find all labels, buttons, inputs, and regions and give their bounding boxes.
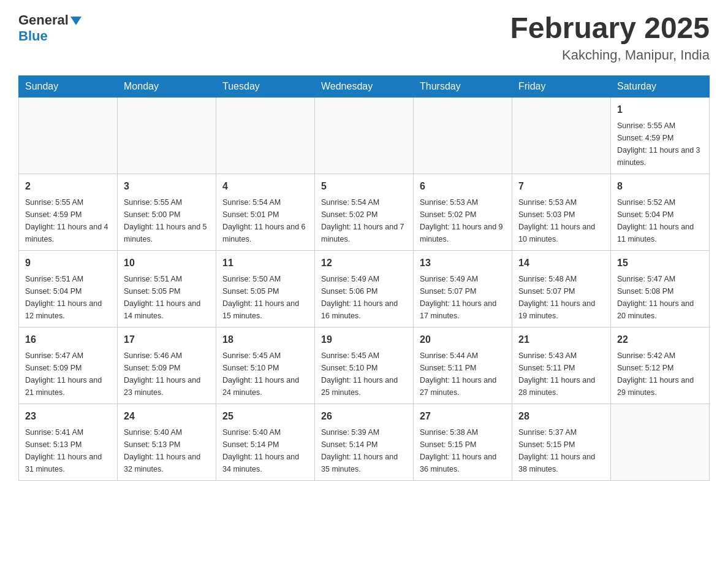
logo-triangle-icon — [70, 17, 82, 25]
day-cell: 13Sunrise: 5:49 AMSunset: 5:07 PMDayligh… — [414, 250, 512, 327]
day-info: Sunrise: 5:49 AMSunset: 5:07 PMDaylight:… — [420, 273, 506, 322]
page-title: February 2025 — [510, 12, 710, 45]
day-info: Sunrise: 5:37 AMSunset: 5:15 PMDaylight:… — [518, 426, 604, 475]
week-row-1: 1Sunrise: 5:55 AMSunset: 4:59 PMDaylight… — [19, 97, 710, 174]
day-cell: 16Sunrise: 5:47 AMSunset: 5:09 PMDayligh… — [19, 327, 118, 404]
day-info: Sunrise: 5:53 AMSunset: 5:02 PMDaylight:… — [420, 196, 506, 245]
day-number: 28 — [518, 409, 604, 424]
day-number: 3 — [124, 179, 210, 194]
day-number: 27 — [420, 409, 506, 424]
day-cell — [611, 404, 710, 480]
day-cell: 22Sunrise: 5:42 AMSunset: 5:12 PMDayligh… — [611, 327, 710, 404]
day-number: 16 — [25, 332, 111, 347]
column-header-friday: Friday — [512, 75, 611, 97]
day-number: 25 — [222, 409, 308, 424]
day-number: 9 — [25, 256, 111, 270]
column-header-sunday: Sunday — [19, 75, 118, 97]
day-info: Sunrise: 5:50 AMSunset: 5:05 PMDaylight:… — [222, 273, 308, 322]
logo: General Blue — [18, 12, 82, 44]
day-info: Sunrise: 5:44 AMSunset: 5:11 PMDaylight:… — [420, 350, 506, 399]
day-info: Sunrise: 5:55 AMSunset: 5:00 PMDaylight:… — [124, 196, 210, 245]
day-cell: 25Sunrise: 5:40 AMSunset: 5:14 PMDayligh… — [216, 404, 315, 480]
logo-general-text: General — [18, 12, 69, 28]
day-number: 18 — [222, 332, 308, 347]
day-number: 13 — [420, 256, 506, 270]
day-info: Sunrise: 5:49 AMSunset: 5:06 PMDaylight:… — [321, 273, 407, 322]
week-row-3: 9Sunrise: 5:51 AMSunset: 5:04 PMDaylight… — [19, 250, 710, 327]
day-number: 24 — [124, 409, 210, 424]
calendar-header-row: SundayMondayTuesdayWednesdayThursdayFrid… — [19, 75, 710, 97]
day-info: Sunrise: 5:41 AMSunset: 5:13 PMDaylight:… — [25, 426, 111, 475]
calendar-table: SundayMondayTuesdayWednesdayThursdayFrid… — [18, 75, 710, 481]
day-cell: 19Sunrise: 5:45 AMSunset: 5:10 PMDayligh… — [315, 327, 414, 404]
day-info: Sunrise: 5:45 AMSunset: 5:10 PMDaylight:… — [321, 350, 407, 399]
day-info: Sunrise: 5:46 AMSunset: 5:09 PMDaylight:… — [124, 350, 210, 399]
day-number: 11 — [222, 256, 308, 270]
page-header: General Blue February 2025 Kakching, Man… — [18, 12, 710, 63]
day-number: 15 — [617, 256, 703, 270]
day-info: Sunrise: 5:42 AMSunset: 5:12 PMDaylight:… — [617, 350, 703, 399]
day-info: Sunrise: 5:47 AMSunset: 5:09 PMDaylight:… — [25, 350, 111, 399]
day-number: 23 — [25, 409, 111, 424]
day-info: Sunrise: 5:52 AMSunset: 5:04 PMDaylight:… — [617, 196, 703, 245]
day-cell: 11Sunrise: 5:50 AMSunset: 5:05 PMDayligh… — [216, 250, 315, 327]
day-info: Sunrise: 5:40 AMSunset: 5:14 PMDaylight:… — [222, 426, 308, 475]
day-number: 20 — [420, 332, 506, 347]
day-cell: 15Sunrise: 5:47 AMSunset: 5:08 PMDayligh… — [611, 250, 710, 327]
day-info: Sunrise: 5:55 AMSunset: 4:59 PMDaylight:… — [25, 196, 111, 245]
day-info: Sunrise: 5:53 AMSunset: 5:03 PMDaylight:… — [518, 196, 604, 245]
day-cell — [19, 97, 118, 174]
day-number: 14 — [518, 256, 604, 270]
day-info: Sunrise: 5:55 AMSunset: 4:59 PMDaylight:… — [617, 120, 703, 169]
week-row-4: 16Sunrise: 5:47 AMSunset: 5:09 PMDayligh… — [19, 327, 710, 404]
day-info: Sunrise: 5:51 AMSunset: 5:04 PMDaylight:… — [25, 273, 111, 322]
page-subtitle: Kakching, Manipur, India — [510, 47, 710, 63]
day-cell — [216, 97, 315, 174]
day-info: Sunrise: 5:47 AMSunset: 5:08 PMDaylight:… — [617, 273, 703, 322]
day-cell: 23Sunrise: 5:41 AMSunset: 5:13 PMDayligh… — [19, 404, 118, 480]
day-info: Sunrise: 5:48 AMSunset: 5:07 PMDaylight:… — [518, 273, 604, 322]
day-cell — [512, 97, 611, 174]
day-number: 19 — [321, 332, 407, 347]
day-number: 26 — [321, 409, 407, 424]
day-info: Sunrise: 5:54 AMSunset: 5:02 PMDaylight:… — [321, 196, 407, 245]
day-number: 4 — [222, 179, 308, 194]
day-cell: 18Sunrise: 5:45 AMSunset: 5:10 PMDayligh… — [216, 327, 315, 404]
day-number: 8 — [617, 179, 703, 194]
day-cell: 1Sunrise: 5:55 AMSunset: 4:59 PMDaylight… — [611, 97, 710, 174]
day-cell: 24Sunrise: 5:40 AMSunset: 5:13 PMDayligh… — [118, 404, 216, 480]
day-cell: 4Sunrise: 5:54 AMSunset: 5:01 PMDaylight… — [216, 174, 315, 250]
column-header-thursday: Thursday — [414, 75, 512, 97]
column-header-tuesday: Tuesday — [216, 75, 315, 97]
day-cell: 6Sunrise: 5:53 AMSunset: 5:02 PMDaylight… — [414, 174, 512, 250]
day-info: Sunrise: 5:54 AMSunset: 5:01 PMDaylight:… — [222, 196, 308, 245]
column-header-wednesday: Wednesday — [315, 75, 414, 97]
day-number: 2 — [25, 179, 111, 194]
day-cell: 14Sunrise: 5:48 AMSunset: 5:07 PMDayligh… — [512, 250, 611, 327]
day-info: Sunrise: 5:40 AMSunset: 5:13 PMDaylight:… — [124, 426, 210, 475]
day-info: Sunrise: 5:45 AMSunset: 5:10 PMDaylight:… — [222, 350, 308, 399]
day-cell: 2Sunrise: 5:55 AMSunset: 4:59 PMDaylight… — [19, 174, 118, 250]
column-header-monday: Monday — [118, 75, 216, 97]
day-cell — [118, 97, 216, 174]
title-section: February 2025 Kakching, Manipur, India — [510, 12, 710, 63]
day-info: Sunrise: 5:51 AMSunset: 5:05 PMDaylight:… — [124, 273, 210, 322]
day-cell: 8Sunrise: 5:52 AMSunset: 5:04 PMDaylight… — [611, 174, 710, 250]
day-cell: 28Sunrise: 5:37 AMSunset: 5:15 PMDayligh… — [512, 404, 611, 480]
day-number: 21 — [518, 332, 604, 347]
day-number: 22 — [617, 332, 703, 347]
day-cell: 26Sunrise: 5:39 AMSunset: 5:14 PMDayligh… — [315, 404, 414, 480]
day-cell — [414, 97, 512, 174]
day-cell: 27Sunrise: 5:38 AMSunset: 5:15 PMDayligh… — [414, 404, 512, 480]
day-info: Sunrise: 5:43 AMSunset: 5:11 PMDaylight:… — [518, 350, 604, 399]
day-cell: 7Sunrise: 5:53 AMSunset: 5:03 PMDaylight… — [512, 174, 611, 250]
day-number: 12 — [321, 256, 407, 270]
day-number: 17 — [124, 332, 210, 347]
week-row-2: 2Sunrise: 5:55 AMSunset: 4:59 PMDaylight… — [19, 174, 710, 250]
day-cell: 10Sunrise: 5:51 AMSunset: 5:05 PMDayligh… — [118, 250, 216, 327]
day-cell: 21Sunrise: 5:43 AMSunset: 5:11 PMDayligh… — [512, 327, 611, 404]
day-cell: 12Sunrise: 5:49 AMSunset: 5:06 PMDayligh… — [315, 250, 414, 327]
day-number: 1 — [617, 102, 703, 117]
day-cell: 5Sunrise: 5:54 AMSunset: 5:02 PMDaylight… — [315, 174, 414, 250]
day-cell: 9Sunrise: 5:51 AMSunset: 5:04 PMDaylight… — [19, 250, 118, 327]
